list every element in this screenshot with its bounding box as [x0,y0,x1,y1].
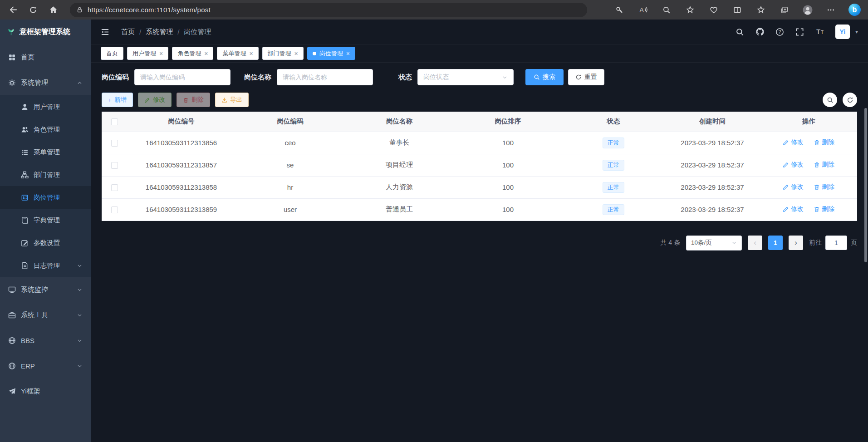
export-button[interactable]: 导出 [215,93,249,107]
sidebar-toggle-icon[interactable] [101,28,109,36]
sidebar-item-system-tools[interactable]: 系统工具 [0,302,91,328]
row-delete-link[interactable]: 删除 [814,138,834,147]
reload-icon[interactable] [27,4,39,16]
post-code-cell: user [235,198,345,221]
tab-post-management[interactable]: 岗位管理 × [307,47,355,60]
tab-menu-management[interactable]: 菜单管理 × [217,47,258,60]
trash-icon [814,206,820,212]
help-icon[interactable] [775,27,785,36]
search-button[interactable]: 搜索 [525,69,564,85]
goto-label: 前往 [809,239,822,247]
sidebar-item-dept-management[interactable]: 部门管理 [0,163,91,186]
row-checkbox[interactable] [111,184,118,191]
split-screen-icon[interactable] [731,4,743,16]
vertical-scrollbar[interactable] [864,108,867,262]
tab-dept-management[interactable]: 部门管理 × [262,47,304,60]
row-delete-link[interactable]: 删除 [814,205,834,213]
url-text[interactable]: https://ccnetcore.com:1101/system/post [88,6,211,14]
tab-home[interactable]: 首页 [101,47,123,60]
prev-page-button[interactable]: ‹ [748,236,762,250]
row-checkbox[interactable] [111,140,118,147]
row-checkbox[interactable] [111,162,118,169]
show-search-icon[interactable] [823,93,837,107]
sidebar-item-param-settings[interactable]: 参数设置 [0,231,91,254]
row-delete-link[interactable]: 删除 [814,161,834,169]
search-icon[interactable] [736,27,745,36]
settings-menu-icon[interactable] [825,4,837,16]
sidebar-item-home[interactable]: 首页 [0,44,91,70]
close-icon[interactable]: × [294,50,298,57]
back-icon[interactable] [7,4,19,16]
user-avatar[interactable]: Yi [835,25,850,39]
zoom-icon[interactable] [661,4,672,16]
refresh-table-icon[interactable] [843,93,857,107]
sidebar-item-dict-management[interactable]: 字典管理 [0,209,91,231]
row-edit-link[interactable]: 修改 [783,183,804,191]
key-icon[interactable] [613,4,625,16]
close-icon[interactable]: × [159,50,163,57]
row-delete-link[interactable]: 删除 [814,183,834,191]
sidebar-item-erp[interactable]: ERP [0,353,91,378]
sidebar-item-bbs[interactable]: BBS [0,328,91,353]
tab-role-management[interactable]: 角色管理 × [172,47,213,60]
close-icon[interactable]: × [249,50,253,57]
row-edit-link[interactable]: 修改 [783,138,804,147]
sidebar-item-menu-management[interactable]: 菜单管理 [0,141,91,163]
profile-avatar-icon[interactable] [802,5,813,15]
sidebar-item-yi-framework[interactable]: Yi框架 [0,378,91,404]
post-sort-cell: 100 [454,176,562,198]
site-info-icon[interactable] [76,6,83,13]
page-content: 岗位编码 岗位名称 状态 岗位状态 搜索 重置 [91,63,868,442]
github-icon[interactable] [755,27,765,36]
avatar-caret-icon[interactable]: ▾ [855,29,858,35]
essentials-icon[interactable] [708,4,720,16]
select-all-checkbox[interactable] [111,118,118,125]
page-1-button[interactable]: 1 [768,236,783,250]
breadcrumb-home[interactable]: 首页 [121,28,135,36]
row-checkbox[interactable] [111,206,118,213]
app-logo[interactable]: 意框架管理系统 [0,20,91,44]
row-edit-link[interactable]: 修改 [783,205,804,213]
main-area: 首页 / 系统管理 / 岗位管理 Yi ▾ 首页 [91,20,868,442]
favorites-bar-icon[interactable] [755,4,767,16]
post-id-cell: 1641030593112313857 [127,154,235,176]
fullscreen-icon[interactable] [795,27,804,36]
table-toolbar: + 新增 修改 删除 导出 [102,93,857,107]
breadcrumb-system[interactable]: 系统管理 [146,28,173,36]
add-button[interactable]: + 新增 [102,93,133,107]
goto-page-input[interactable] [825,236,847,250]
next-page-button[interactable]: › [789,236,803,250]
sidebar-item-role-management[interactable]: 角色管理 [0,118,91,141]
post-id-cell: 1641030593112313858 [127,176,235,198]
sidebar-item-user-management[interactable]: 用户管理 [0,95,91,118]
post-code-input[interactable] [134,69,230,85]
tab-user-management[interactable]: 用户管理 × [127,47,168,60]
sidebar-item-log-management[interactable]: 日志管理 [0,254,91,277]
status-select[interactable]: 岗位状态 [417,69,514,85]
post-code-cell: hr [235,176,345,198]
sidebar-item-post-management[interactable]: 岗位管理 [0,186,91,209]
bing-icon[interactable]: b [848,4,861,16]
post-code-cell: ceo [235,132,345,154]
delete-button[interactable]: 删除 [177,93,210,107]
sidebar-item-system-monitor[interactable]: 系统监控 [0,277,91,302]
sidebar-item-system-management[interactable]: 系统管理 [0,70,91,95]
post-name-input[interactable] [277,69,373,85]
close-icon[interactable]: × [346,50,350,57]
edit-button[interactable]: 修改 [138,93,172,107]
row-edit-link[interactable]: 修改 [783,161,804,169]
favorites-icon[interactable] [684,4,696,16]
page-size-select[interactable]: 10条/页 [686,236,742,250]
reset-button[interactable]: 重置 [568,69,604,85]
read-aloud-icon[interactable] [637,4,649,16]
table-row: 1641030593112313858 hr 人力资源 100 正常 2023-… [102,176,857,198]
close-icon[interactable]: × [204,50,208,57]
collections-icon[interactable] [779,4,790,16]
post-id-cell: 1641030593112313859 [127,198,235,221]
post-table: 岗位编号 岗位编码 岗位名称 岗位排序 状态 创建时间 操作 [102,112,857,221]
chevron-down-icon [731,240,737,246]
home-icon[interactable] [47,4,59,16]
address-bar[interactable]: https://ccnetcore.com:1101/system/post [70,3,587,17]
font-size-icon[interactable] [815,27,824,36]
navbar-actions: Yi ▾ [736,25,858,39]
